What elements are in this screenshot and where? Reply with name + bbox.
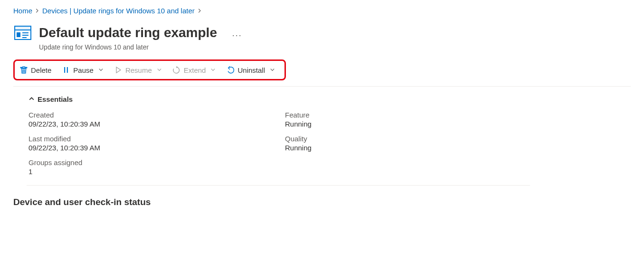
uninstall-label: Uninstall [237, 66, 265, 74]
breadcrumb-devices[interactable]: Devices | Update rings for Windows 10 an… [42, 7, 195, 15]
essentials-toggle[interactable]: Essentials [28, 95, 631, 103]
resume-label: Resume [125, 66, 152, 74]
chevron-down-icon [98, 67, 104, 73]
trash-icon [19, 66, 28, 74]
update-ring-icon [13, 23, 32, 42]
extend-label: Extend [184, 66, 206, 74]
divider [27, 185, 530, 186]
pause-label: Pause [73, 66, 94, 74]
chevron-down-icon [270, 67, 275, 73]
pause-icon [62, 66, 70, 74]
groups-assigned-value: 1 [28, 167, 256, 176]
svg-rect-6 [64, 67, 65, 73]
chevron-down-icon [210, 67, 216, 73]
chevron-down-icon [157, 67, 162, 73]
breadcrumb: Home Devices | Update rings for Windows … [13, 7, 631, 15]
page-subtitle: Update ring for Windows 10 and later [39, 43, 631, 51]
svg-rect-2 [17, 32, 20, 37]
pause-button[interactable]: Pause [61, 64, 104, 76]
created-value: 09/22/23, 10:20:39 AM [28, 120, 256, 128]
essentials-title: Essentials [38, 95, 73, 103]
essentials-panel: Essentials Created 09/22/23, 10:20:39 AM… [28, 95, 631, 182]
more-actions-button[interactable]: ··· [232, 30, 242, 40]
extend-button: Extend [171, 64, 217, 76]
delete-label: Delete [31, 66, 51, 74]
chevron-up-icon [28, 95, 35, 103]
quality-label: Quality [285, 135, 513, 143]
play-icon [114, 66, 123, 74]
svg-rect-7 [67, 67, 68, 73]
last-modified-label: Last modified [28, 135, 256, 143]
undo-icon [226, 66, 235, 74]
command-bar: Delete Pause Resume Extend Uninstall [13, 59, 286, 80]
resume-button: Resume [113, 64, 163, 76]
groups-assigned-label: Groups assigned [28, 158, 256, 167]
feature-label: Feature [285, 111, 513, 119]
refresh-icon [172, 66, 181, 74]
checkin-status-heading: Device and user check-in status [13, 197, 631, 207]
page-title: Default update ring example [39, 25, 217, 40]
feature-value: Running [285, 120, 513, 128]
created-label: Created [28, 111, 256, 119]
essentials-right-column: Feature Running Quality Running [285, 111, 513, 182]
delete-button[interactable]: Delete [19, 64, 52, 76]
chevron-right-icon [198, 8, 202, 14]
chevron-right-icon [35, 8, 39, 14]
essentials-left-column: Created 09/22/23, 10:20:39 AM Last modif… [28, 111, 256, 182]
last-modified-value: 09/22/23, 10:20:39 AM [28, 144, 256, 152]
breadcrumb-home[interactable]: Home [13, 7, 32, 15]
uninstall-button[interactable]: Uninstall [225, 64, 276, 76]
divider [13, 86, 631, 87]
quality-value: Running [285, 144, 513, 152]
svg-rect-1 [15, 26, 31, 30]
page-header: Default update ring example ··· [13, 23, 631, 42]
